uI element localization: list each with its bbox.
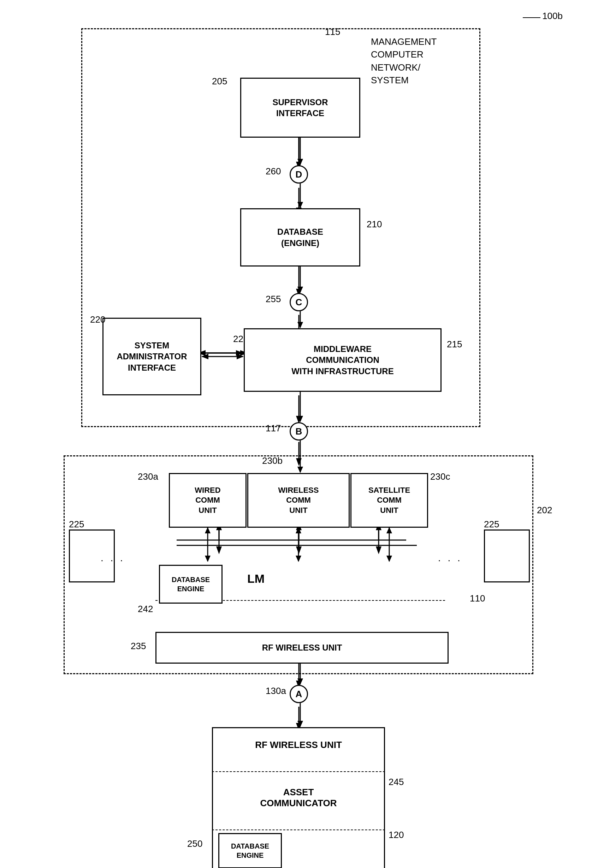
connector-B: B (290, 422, 308, 440)
ref-202: 202 (537, 505, 552, 516)
database-engine-bottom-text: DATABASEENGINE (231, 841, 269, 860)
rf-wireless-unit-mid-box: RF WIRELESS UNIT (155, 632, 448, 664)
connector-C: C (290, 293, 308, 311)
database-engine-lm-box: DATABASEENGINE (159, 565, 223, 604)
bottom-box-dashed-divider (212, 771, 385, 772)
ref-260: 260 (266, 166, 281, 177)
diagram-container: 100b 115 MANAGEMENTCOMPUTERNETWORK/SYSTE… (0, 0, 598, 868)
supervisor-interface-box: SUPERVISORINTERFACE (240, 78, 360, 138)
middleware-box: MIDDLEWARECOMMUNICATIONWITH INFRASTRUCTU… (244, 328, 441, 392)
wireless-comm-text: WIRELESSCOMMUNIT (278, 485, 319, 516)
database-engine-bottom-box: DATABASEENGINE (218, 833, 282, 868)
management-network-title: MANAGEMENTCOMPUTERNETWORK/SYSTEM (371, 35, 470, 87)
small-box-right (484, 529, 530, 582)
lm-label: LM (247, 572, 265, 586)
ref-255: 255 (266, 294, 281, 305)
wired-comm-text: WIREDCOMMUNIT (194, 485, 220, 516)
satellite-comm-box: SATELLITECOMMUNIT (350, 473, 428, 528)
database-engine-top-box: DATABASE(ENGINE) (240, 208, 360, 267)
ref-205: 205 (212, 76, 227, 87)
database-engine-top-text: DATABASE(ENGINE) (277, 226, 323, 248)
asset-db-dashed-divider (212, 829, 385, 830)
ref-242: 242 (138, 604, 153, 614)
ref-117: 117 (266, 423, 281, 434)
ref-230a: 230a (138, 471, 158, 482)
ref-110: 110 (470, 593, 485, 604)
ref-225-right: 225 (484, 519, 499, 530)
system-admin-box: SYSTEMADMINISTRATORINTERFACE (102, 318, 201, 395)
ref-245: 245 (389, 777, 404, 787)
svg-marker-64 (298, 721, 303, 727)
ref-115: 115 (325, 27, 340, 37)
middleware-text: MIDDLEWARECOMMUNICATIONWITH INFRASTRUCTU… (292, 343, 393, 377)
ref-230b: 230b (262, 455, 283, 466)
ref-230c: 230c (430, 471, 450, 482)
ref-250: 250 (187, 838, 202, 849)
asset-communicator-text: ASSETCOMMUNICATOR (212, 775, 385, 821)
system-admin-text: SYSTEMADMINISTRATORINTERFACE (117, 340, 187, 373)
supervisor-interface-text: SUPERVISORINTERFACE (273, 97, 328, 119)
database-engine-lm-text: DATABASEENGINE (172, 575, 210, 594)
satellite-comm-text: SATELLITECOMMUNIT (368, 485, 410, 516)
wired-comm-box: WIREDCOMMUNIT (169, 473, 247, 528)
ref-220: 220 (90, 314, 105, 325)
connector-A: A (290, 685, 308, 703)
dots-right: . . . (438, 552, 462, 564)
svg-marker-62 (298, 679, 303, 685)
ref-210: 210 (367, 219, 382, 230)
connector-D: D (290, 165, 308, 183)
ref-235: 235 (131, 641, 146, 652)
ref-130a: 130a (266, 686, 286, 696)
rf-wireless-unit-bottom-text: RF WIRELESS UNIT (212, 727, 385, 762)
ref-120: 120 (389, 829, 404, 840)
ref-arrow-100b (512, 7, 555, 28)
rf-wireless-unit-mid-text: RF WIRELESS UNIT (262, 642, 342, 653)
ref-215: 215 (447, 339, 462, 350)
ref-225-left: 225 (69, 519, 84, 530)
dots-left: . . . (101, 552, 125, 564)
wireless-comm-box: WIRELESSCOMMUNIT (247, 473, 350, 528)
